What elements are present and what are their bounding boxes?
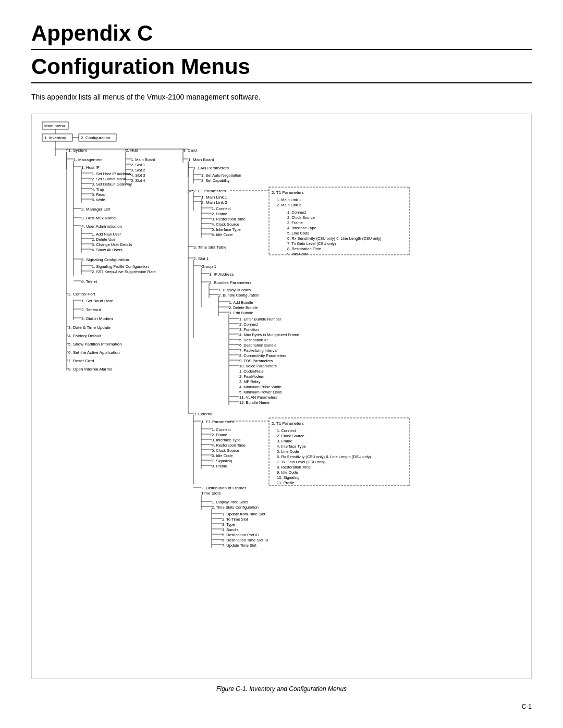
svg-text:3. Slot 2: 3. Slot 2	[131, 168, 145, 172]
svg-text:4. Clock Source: 4. Clock Source	[212, 222, 239, 227]
svg-text:4. Interface Type: 4. Interface Type	[277, 444, 306, 449]
svg-text:2. Frame: 2. Frame	[212, 212, 227, 216]
svg-text:2. T1 Parameters: 2. T1 Parameters	[272, 190, 304, 195]
svg-text:2. Main Link 2: 2. Main Link 2	[201, 200, 227, 205]
svg-text:6. Rx Sensitivity (CSU only)  : 6. Rx Sensitivity (CSU only) 6. Line Len…	[277, 454, 371, 459]
svg-text:1. Main Link 1: 1. Main Link 1	[277, 198, 301, 202]
svg-text:6. Rx Sensitivity (CSU only)  : 6. Rx Sensitivity (CSU only) 6. Line Len…	[287, 236, 382, 241]
svg-text:3. Frame: 3. Frame	[277, 439, 292, 443]
svg-text:9. TOS Parameters: 9. TOS Parameters	[239, 359, 273, 363]
svg-text:3. Function: 3. Function	[239, 327, 259, 332]
svg-text:3. External: 3. External	[193, 412, 213, 416]
svg-text:3. Interface Type: 3. Interface Type	[212, 438, 241, 442]
svg-text:5. Show Partition Information: 5. Show Partition Information	[68, 342, 122, 347]
svg-text:1. Signaling Profile Configura: 1. Signaling Profile Configuration	[92, 264, 149, 269]
svg-text:2. SS7 Keep-Alive Suppression : 2. SS7 Keep-Alive Suppression Rate	[92, 269, 156, 274]
svg-text:8. Connectivity Parameters: 8. Connectivity Parameters	[239, 353, 286, 358]
svg-text:2. Frame: 2. Frame	[212, 433, 227, 437]
svg-text:1. Display Bundles: 1. Display Bundles	[218, 288, 251, 292]
svg-text:8. Open Internal Alarms: 8. Open Internal Alarms	[68, 367, 112, 372]
svg-text:5. Minimum Power Level: 5. Minimum Power Level	[239, 390, 282, 394]
svg-text:1. Connect: 1. Connect	[287, 210, 307, 215]
svg-text:6. Destination Bundle: 6. Destination Bundle	[239, 343, 276, 348]
svg-text:2. Delete User: 2. Delete User	[92, 237, 117, 242]
svg-text:2. Set Subnet Mask: 2. Set Subnet Mask	[92, 177, 126, 181]
svg-text:3. Date & Time Update: 3. Date & Time Update	[68, 325, 111, 330]
svg-text:2. To Time Slot: 2. To Time Slot	[222, 517, 248, 522]
svg-text:3. Time Slot Table: 3. Time Slot Table	[193, 245, 227, 250]
svg-text:7. Packetizing Interval: 7. Packetizing Interval	[239, 348, 278, 353]
svg-text:6. Idle Code: 6. Idle Code	[212, 453, 232, 458]
svg-text:7. Update Time Slot: 7. Update Time Slot	[222, 543, 257, 548]
svg-text:1. Host IP: 1. Host IP	[81, 165, 100, 170]
svg-text:2. Bundle Configuration: 2. Bundle Configuration	[218, 293, 259, 298]
svg-text:1. Set Auto Negotiation: 1. Set Auto Negotiation	[201, 173, 241, 178]
svg-text:2. Slot 1: 2. Slot 1	[131, 163, 145, 167]
svg-text:6. Write: 6. Write	[92, 198, 105, 202]
svg-text:11. Profile: 11. Profile	[277, 480, 295, 485]
svg-text:3. Frame: 3. Frame	[287, 220, 303, 225]
svg-text:1. Display Time Slots: 1. Display Time Slots	[212, 500, 248, 504]
svg-text:2. Main Link 2: 2. Main Link 2	[277, 203, 301, 207]
svg-text:7. Reset Card: 7. Reset Card	[68, 359, 94, 363]
svg-text:3. Dial-in Modem: 3. Dial-in Modem	[81, 316, 113, 321]
svg-text:5. Clock Source: 5. Clock Source	[212, 448, 239, 453]
svg-text:7. Tx Gain Level (CSU only): 7. Tx Gain Level (CSU only)	[287, 241, 336, 246]
svg-text:5. Slot 4: 5. Slot 4	[131, 178, 145, 183]
svg-text:11. VLAN Parameters: 11. VLAN Parameters	[239, 395, 277, 400]
svg-text:1. Enter Bundle Number: 1. Enter Bundle Number	[239, 317, 282, 322]
svg-text:3. Restoration Time: 3. Restoration Time	[212, 217, 246, 221]
svg-text:4. Max Bytes in Multiplexed Fr: 4. Max Bytes in Multiplexed Frame	[239, 332, 299, 337]
svg-text:3. Card: 3. Card	[183, 148, 197, 153]
svg-text:2. Hub: 2. Hub	[126, 148, 138, 153]
svg-text:4. User Administration: 4. User Administration	[81, 224, 122, 229]
appendix-label: Appendix C	[31, 21, 532, 50]
svg-text:2. Time Slots Configuration: 2. Time Slots Configuration	[212, 505, 259, 510]
svg-text:2. Configuration: 2. Configuration	[81, 135, 110, 140]
svg-text:1. Main Board: 1. Main Board	[188, 157, 214, 162]
svg-text:6. Idle Code: 6. Idle Code	[212, 232, 232, 237]
svg-text:12. Bundle Name: 12. Bundle Name	[239, 400, 270, 405]
svg-text:3. Set Default Gateway: 3. Set Default Gateway	[92, 182, 132, 187]
svg-text:2. Bundles Parameters: 2. Bundles Parameters	[209, 280, 251, 285]
svg-text:8. Restoration Time: 8. Restoration Time	[277, 465, 311, 470]
svg-text:1. E1 Parameters: 1. E1 Parameters	[201, 419, 234, 424]
svg-text:4. Interface Type: 4. Interface Type	[287, 226, 316, 230]
svg-text:9. Idle Code: 9. Idle Code	[277, 470, 298, 475]
page-number: C-1	[31, 703, 532, 710]
svg-text:2. E1 Parameters: 2. E1 Parameters	[193, 189, 226, 193]
svg-text:1. Update from Time Slot: 1. Update from Time Slot	[222, 512, 266, 516]
page-title: Configuration Menus	[31, 54, 532, 83]
svg-text:2. Delete Bundle: 2. Delete Bundle	[229, 305, 258, 310]
svg-text:1. LAN Parameters: 1. LAN Parameters	[193, 166, 229, 170]
svg-text:5. Line Code: 5. Line Code	[277, 449, 299, 454]
svg-text:1. Coder/Rate: 1. Coder/Rate	[239, 369, 264, 374]
svg-text:7. Tx Gain Level (CSU only): 7. Tx Gain Level (CSU only)	[277, 460, 326, 464]
svg-text:10. Voice Parameters: 10. Voice Parameters	[239, 364, 277, 368]
svg-text:1. IP Address: 1. IP Address	[209, 272, 234, 277]
svg-text:9. Idle Code: 9. Idle Code	[287, 252, 308, 256]
svg-text:6. Telnet: 6. Telnet	[81, 279, 97, 284]
svg-text:1. Connect: 1. Connect	[277, 428, 296, 433]
svg-text:2. Clock Source: 2. Clock Source	[287, 215, 315, 220]
svg-text:1. Set Host IP Address: 1. Set Host IP Address	[92, 171, 131, 176]
svg-text:3. MF Relay: 3. MF Relay	[239, 379, 261, 384]
intro-text: This appendix lists all menus of the Vmu…	[31, 93, 532, 101]
svg-text:3. Type: 3. Type	[222, 522, 235, 527]
svg-text:4. Minimum Pulse Width: 4. Minimum Pulse Width	[239, 385, 282, 389]
svg-text:1. Management: 1. Management	[74, 157, 103, 162]
svg-text:2. Connect: 2. Connect	[239, 322, 259, 327]
svg-text:4. Factory Default: 4. Factory Default	[68, 334, 102, 338]
svg-line-107	[188, 190, 193, 192]
svg-text:4. Slot 3: 4. Slot 3	[131, 173, 145, 178]
svg-text:1. Set Baud Rate: 1. Set Baud Rate	[81, 299, 113, 303]
svg-text:1. Main Link 1: 1. Main Link 1	[201, 195, 227, 200]
svg-text:2. T1 Parameters: 2. T1 Parameters	[272, 421, 304, 426]
svg-text:3. Edit Bundle: 3. Edit Bundle	[229, 311, 253, 315]
svg-text:2. Control Port: 2. Control Port	[68, 292, 95, 297]
svg-text:2. Slot 1: 2. Slot 1	[193, 256, 209, 261]
svg-text:2. Set Capability: 2. Set Capability	[201, 178, 230, 183]
diagram-container: Main menu 1. Inventory 2. Configuration …	[31, 114, 532, 679]
svg-text:3. Change User Details: 3. Change User Details	[92, 242, 132, 247]
svg-text:5. Destination Port ID: 5. Destination Port ID	[222, 533, 260, 537]
